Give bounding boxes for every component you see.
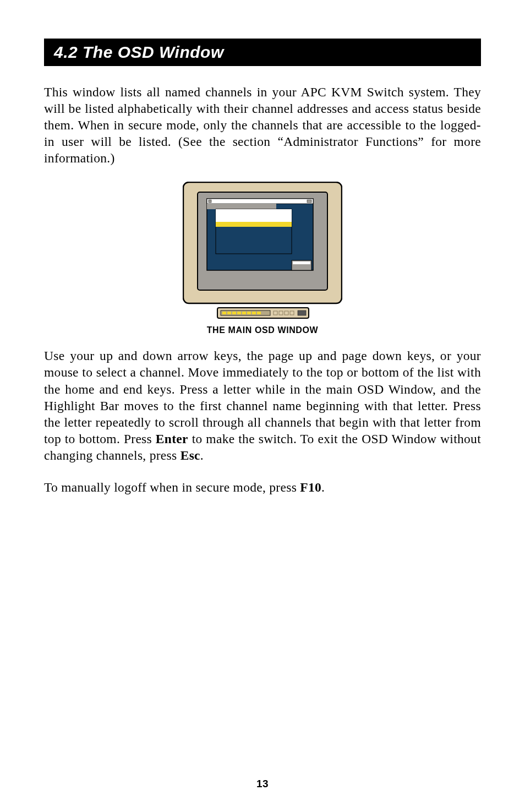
logoff-text-a: To manually logoff when in secure mode, … (44, 480, 300, 494)
usage-paragraph: Use your up and down arrow keys, the pag… (44, 347, 481, 464)
intro-paragraph: This window lists all named channels in … (44, 84, 481, 166)
svg-rect-14 (227, 275, 243, 287)
svg-rect-15 (247, 275, 263, 287)
svg-rect-23 (242, 312, 246, 314)
svg-rect-25 (252, 312, 256, 314)
svg-rect-13 (207, 275, 223, 287)
section-heading: 4.2 The OSD Window (44, 39, 481, 66)
svg-rect-22 (237, 312, 241, 314)
logoff-text-b: . (321, 480, 325, 494)
svg-rect-3 (207, 199, 313, 204)
svg-rect-5 (307, 200, 311, 203)
svg-rect-8 (216, 209, 292, 216)
svg-rect-24 (247, 312, 251, 314)
svg-rect-26 (257, 312, 261, 314)
figure-caption: THE MAIN OSD WINDOW (44, 325, 481, 335)
svg-rect-9 (216, 216, 292, 222)
page-number: 13 (0, 778, 525, 790)
svg-rect-20 (227, 312, 231, 314)
enter-key-label: Enter (156, 432, 188, 446)
document-page: 4.2 The OSD Window This window lists all… (0, 0, 525, 812)
usage-text-c: . (200, 448, 204, 462)
svg-rect-19 (222, 312, 226, 314)
svg-rect-21 (232, 312, 236, 314)
esc-key-label: Esc (181, 448, 200, 462)
f10-key-label: F10 (300, 480, 321, 494)
svg-rect-10 (216, 222, 292, 227)
svg-rect-31 (298, 310, 306, 315)
figure-container: THE MAIN OSD WINDOW (44, 182, 481, 335)
osd-window-illustration (183, 182, 342, 322)
svg-rect-6 (207, 204, 276, 209)
logoff-paragraph: To manually logoff when in secure mode, … (44, 479, 481, 495)
svg-rect-12 (293, 261, 310, 264)
svg-rect-4 (209, 200, 211, 203)
